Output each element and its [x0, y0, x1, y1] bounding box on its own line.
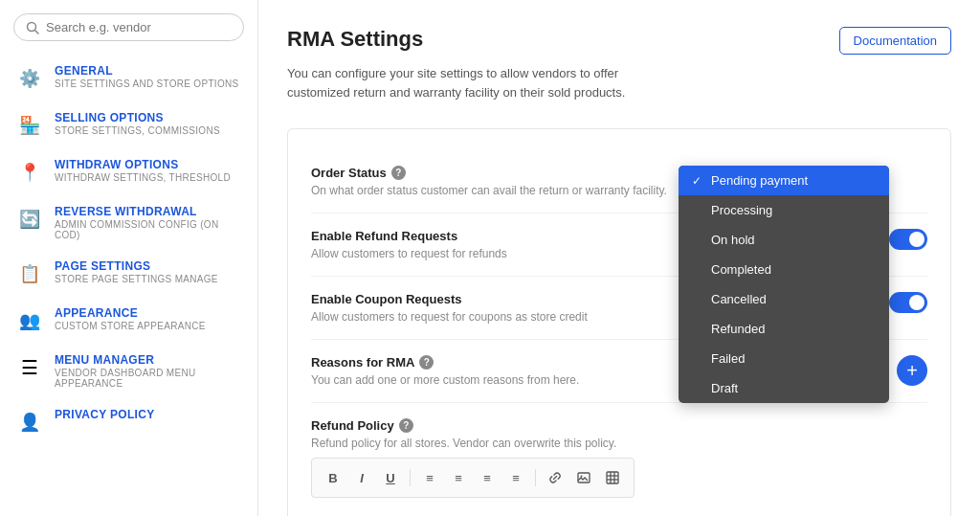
dropdown-option-cancelled[interactable]: Cancelled: [679, 284, 889, 314]
general-subtitle: SITE SETTINGS AND STORE OPTIONS: [55, 79, 238, 89]
svg-rect-4: [607, 472, 618, 483]
dropdown-option-pending-payment[interactable]: ✓ Pending payment: [679, 166, 889, 195]
menu-manager-title: MENU MANAGER: [55, 353, 244, 367]
refund-policy-help-icon[interactable]: ?: [399, 418, 413, 433]
toolbar-align-left-button[interactable]: ≡: [418, 466, 441, 489]
privacy-policy-icon: 👤: [16, 409, 43, 436]
sidebar-item-general[interactable]: ⚙️ GENERAL SITE SETTINGS AND STORE OPTIO…: [0, 55, 257, 101]
toolbar-italic-button[interactable]: I: [350, 466, 373, 489]
page-settings-title: PAGE SETTINGS: [55, 259, 218, 273]
add-reason-button[interactable]: +: [897, 355, 927, 386]
sidebar-item-appearance[interactable]: 👥 APPEARANCE CUSTOM STORE APPEARANCE: [0, 297, 257, 344]
sidebar-item-withdraw-options[interactable]: 📍 WITHDRAW OPTIONS WITHDRAW SETTINGS, TH…: [0, 148, 257, 195]
page-description: You can configure your site settings to …: [287, 64, 951, 101]
image-icon: [577, 471, 590, 484]
toolbar-divider-1: [410, 469, 411, 486]
general-icon: ⚙️: [16, 65, 43, 92]
dropdown-option-on-hold[interactable]: On hold: [679, 225, 889, 255]
refund-policy-editor-toolbar: B I U ≡ ≡ ≡ ≡: [311, 458, 635, 498]
toolbar-image-button[interactable]: [572, 466, 595, 489]
toolbar-align-center-button[interactable]: ≡: [447, 466, 470, 489]
withdraw-subtitle: WITHDRAW SETTINGS, THRESHOLD: [55, 172, 231, 183]
page-settings-icon: 📋: [16, 260, 43, 287]
checkmark-icon: ✓: [692, 174, 705, 188]
toolbar-align-justify-button[interactable]: ≡: [504, 466, 527, 489]
svg-rect-2: [578, 473, 590, 482]
sidebar-item-reverse-withdrawal[interactable]: 🔄 REVERSE WITHDRAWAL ADMIN COMMISSION CO…: [0, 195, 257, 250]
toolbar-link-button[interactable]: [544, 466, 567, 489]
page-header: RMA Settings Documentation: [287, 27, 951, 55]
withdraw-icon: 📍: [16, 159, 43, 186]
enable-coupon-desc: Allow customers to request for coupons a…: [311, 310, 679, 324]
dropdown-option-draft[interactable]: Draft: [679, 373, 889, 403]
order-status-desc: On what order status customer can avail …: [311, 184, 679, 197]
svg-line-1: [35, 30, 39, 34]
settings-section: Order Status ? On what order status cust…: [287, 128, 951, 516]
order-status-field: Order Status ? On what order status cust…: [311, 150, 927, 213]
enable-refund-label: Enable Refund Requests: [311, 229, 457, 243]
reasons-rma-help-icon[interactable]: ?: [419, 355, 434, 370]
privacy-policy-title: PRIVACY POLICY: [55, 408, 154, 421]
order-status-help-icon[interactable]: ?: [391, 166, 406, 180]
page-settings-subtitle: STORE PAGE SETTINGS MANAGE: [55, 274, 218, 284]
link-icon: [548, 471, 562, 484]
svg-point-3: [581, 476, 583, 478]
enable-refund-toggle[interactable]: [889, 229, 927, 250]
search-input[interactable]: [46, 20, 232, 34]
reverse-withdrawal-icon: 🔄: [16, 206, 43, 233]
sidebar-item-privacy-policy[interactable]: 👤 PRIVACY POLICY: [0, 398, 257, 445]
toolbar-table-button[interactable]: [601, 466, 624, 489]
documentation-button[interactable]: Documentation: [839, 27, 951, 55]
reverse-withdrawal-subtitle: ADMIN COMMISSION CONFIG (ON COD): [55, 219, 244, 240]
order-status-label: Order Status: [311, 166, 387, 180]
table-icon: [606, 471, 619, 484]
dropdown-option-completed[interactable]: Completed: [679, 255, 889, 284]
main-content: RMA Settings Documentation You can confi…: [258, 0, 980, 516]
sidebar-item-page-settings[interactable]: 📋 PAGE SETTINGS STORE PAGE SETTINGS MANA…: [0, 250, 257, 297]
withdraw-title: WITHDRAW OPTIONS: [55, 158, 231, 171]
enable-coupon-toggle[interactable]: [889, 292, 927, 313]
reverse-withdrawal-title: REVERSE WITHDRAWAL: [55, 205, 244, 218]
reasons-rma-label: Reasons for RMA: [311, 355, 414, 370]
search-icon: [26, 21, 39, 34]
search-section: [0, 13, 257, 55]
enable-refund-desc: Allow customers to request for refunds: [311, 247, 679, 260]
toolbar-underline-button[interactable]: U: [379, 466, 402, 489]
dropdown-option-processing[interactable]: Processing: [679, 195, 889, 225]
refund-policy-label: Refund Policy: [311, 418, 394, 433]
toolbar-bold-button[interactable]: B: [322, 466, 345, 489]
search-box[interactable]: [13, 13, 244, 41]
page-title: RMA Settings: [287, 27, 423, 52]
enable-coupon-label: Enable Coupon Requests: [311, 292, 461, 306]
selling-options-icon: 🏪: [16, 112, 43, 139]
appearance-title: APPEARANCE: [55, 306, 206, 320]
selling-options-title: SELLING OPTIONS: [55, 111, 220, 124]
menu-manager-icon: ☰: [16, 354, 43, 381]
refund-policy-desc: Refund policy for all stores. Vendor can…: [311, 437, 680, 450]
sidebar-item-selling-options[interactable]: 🏪 SELLING OPTIONS STORE SETTINGS, COMMIS…: [0, 101, 257, 148]
sidebar: ⚙️ GENERAL SITE SETTINGS AND STORE OPTIO…: [0, 0, 258, 516]
sidebar-item-menu-manager[interactable]: ☰ MENU MANAGER VENDOR DASHBOARD MENU APP…: [0, 344, 257, 398]
appearance-subtitle: CUSTOM STORE APPEARANCE: [55, 321, 206, 331]
dropdown-option-failed[interactable]: Failed: [679, 344, 889, 373]
selling-options-subtitle: STORE SETTINGS, COMMISSIONS: [55, 125, 220, 136]
dropdown-option-refunded[interactable]: Refunded: [679, 314, 889, 344]
menu-manager-subtitle: VENDOR DASHBOARD MENU APPEARANCE: [55, 368, 244, 389]
toolbar-align-right-button[interactable]: ≡: [476, 466, 499, 489]
order-status-dropdown-menu[interactable]: ✓ Pending payment Processing On hold: [679, 166, 889, 403]
toolbar-divider-2: [535, 469, 536, 486]
reasons-rma-desc: You can add one or more custom reasons f…: [311, 373, 679, 387]
general-title: GENERAL: [55, 64, 238, 78]
refund-policy-field: Refund Policy ? Refund policy for all st…: [311, 403, 927, 513]
appearance-icon: 👥: [16, 307, 43, 334]
